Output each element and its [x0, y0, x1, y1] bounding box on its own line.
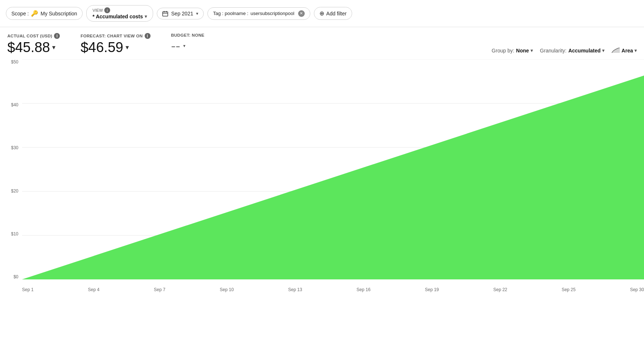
metrics-section: ACTUAL COST (USD) i $45.88 ▾ FORECAST: C…: [7, 33, 205, 54]
scope-button[interactable]: Scope : 🔑 My Subscription: [6, 7, 83, 20]
group-by-control: Group by: None ▾: [492, 48, 532, 54]
date-chevron-icon: ▾: [196, 11, 198, 16]
actual-cost-chevron-icon: ▾: [52, 44, 55, 51]
forecast-label: FORECAST: CHART VIEW ON i: [80, 33, 150, 39]
budget-block: BUDGET: NONE -- ▾: [171, 33, 205, 53]
area-chart-icon: [612, 48, 620, 54]
granularity-select[interactable]: Accumulated ▾: [568, 48, 604, 54]
x-label-sep30: Sep 30: [630, 287, 644, 292]
chart-type-control: Area ▾: [612, 48, 637, 54]
scope-name: My Subscription: [40, 11, 77, 16]
x-label-sep4: Sep 4: [88, 287, 100, 292]
budget-label: BUDGET: NONE: [171, 33, 205, 37]
toolbar: Scope : 🔑 My Subscription VIEW i * Accum…: [0, 0, 644, 27]
y-label-10: $10: [11, 231, 18, 236]
view-value-text: * Accumulated costs ▾: [93, 14, 147, 19]
view-label-wrapper: VIEW i: [93, 7, 110, 13]
chart-type-select[interactable]: Area ▾: [622, 48, 637, 54]
group-by-chevron-icon: ▾: [531, 48, 533, 53]
x-label-sep16: Sep 16: [357, 287, 370, 292]
granularity-label: Granularity:: [540, 48, 567, 54]
x-axis: Sep 1 Sep 4 Sep 7 Sep 10 Sep 13 Sep 16 S…: [22, 287, 644, 292]
add-filter-label: Add filter: [326, 11, 347, 16]
granularity-control: Granularity: Accumulated ▾: [540, 48, 604, 54]
x-label-sep19: Sep 19: [425, 287, 439, 292]
key-icon: 🔑: [31, 10, 38, 17]
group-by-label: Group by:: [492, 48, 514, 54]
forecast-value[interactable]: $46.59 ▾: [80, 40, 150, 54]
y-label-20: $20: [11, 188, 18, 194]
x-label-sep7: Sep 7: [154, 287, 165, 292]
chart-svg-container: [22, 59, 644, 279]
budget-chevron-icon: ▾: [183, 44, 185, 48]
view-button[interactable]: VIEW i * Accumulated costs ▾: [86, 5, 153, 22]
x-label-sep25: Sep 25: [562, 287, 576, 292]
svg-rect-0: [163, 12, 168, 16]
granularity-chevron-icon: ▾: [602, 48, 604, 53]
view-info-icon: i: [104, 7, 110, 13]
svg-marker-4: [612, 48, 620, 53]
tag-value: usersubscriptionpool: [250, 11, 294, 16]
chart-type-chevron-icon: ▾: [634, 48, 637, 53]
forecast-chevron-icon: ▾: [126, 44, 129, 51]
chart-area: $50 $40 $30 $20 $10 $0 Sep 1 Sep 4 Sep 7…: [0, 56, 644, 294]
actual-cost-block: ACTUAL COST (USD) i $45.88 ▾: [7, 33, 60, 54]
date-value: Sep 2021: [171, 11, 193, 16]
x-label-sep22: Sep 22: [493, 287, 507, 292]
tag-filter-button[interactable]: Tag : poolname : usersubscriptionpool ✕: [207, 7, 310, 20]
y-label-30: $30: [11, 145, 18, 150]
y-label-50: $50: [11, 59, 18, 65]
y-axis: $50 $40 $30 $20 $10 $0: [0, 59, 22, 279]
group-by-select[interactable]: None ▾: [516, 48, 533, 54]
chart-controls: Group by: None ▾ Granularity: Accumulate…: [492, 48, 637, 54]
chart-svg: [22, 59, 644, 279]
tag-prefix: Tag : poolname :: [213, 11, 248, 16]
x-label-sep10: Sep 10: [220, 287, 234, 292]
view-label-text: VIEW: [93, 8, 103, 12]
budget-value[interactable]: -- ▾: [171, 39, 205, 53]
calendar-icon: [162, 11, 168, 16]
x-label-sep1: Sep 1: [22, 287, 33, 292]
area-chart-polygon: [22, 76, 644, 279]
forecast-block: FORECAST: CHART VIEW ON i $46.59 ▾: [80, 33, 150, 54]
scope-prefix: Scope :: [11, 11, 29, 16]
x-label-sep13: Sep 13: [288, 287, 302, 292]
view-chevron-icon: ▾: [145, 14, 147, 19]
add-filter-button[interactable]: ⊕ Add filter: [314, 7, 352, 20]
actual-cost-info-icon: i: [54, 33, 60, 39]
actual-cost-value[interactable]: $45.88 ▾: [7, 40, 60, 54]
add-filter-icon: ⊕: [319, 10, 324, 17]
actual-cost-label: ACTUAL COST (USD) i: [7, 33, 60, 39]
y-label-40: $40: [11, 102, 18, 107]
forecast-info-icon: i: [145, 33, 151, 39]
y-label-0: $0: [14, 274, 18, 279]
tag-close-icon[interactable]: ✕: [298, 10, 305, 17]
date-button[interactable]: Sep 2021 ▾: [157, 8, 204, 19]
